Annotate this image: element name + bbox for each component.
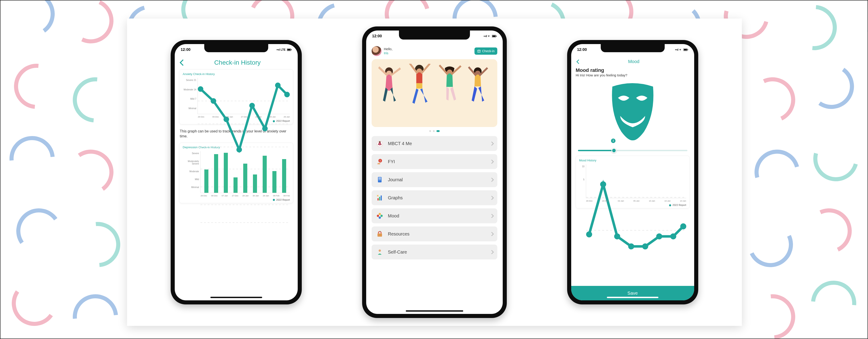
menu-label: Journal <box>388 177 486 182</box>
menu-item-selfcare[interactable]: Self-Care <box>372 245 497 259</box>
page-title: Mood <box>583 59 684 64</box>
chevron-right-icon <box>490 214 494 218</box>
phone-history: 12:00 ••ıl LTE Check-in History Anxiety … <box>170 40 302 304</box>
svg-point-46 <box>379 249 381 252</box>
menu-item-resources[interactable]: Resources <box>372 226 497 241</box>
x-axis-labels: 29-Dec 09-Dec 07-Jan 27-Dec 28-Jan 30-Ja… <box>200 194 290 197</box>
svg-point-52 <box>586 232 592 238</box>
user-avatar[interactable] <box>372 46 381 56</box>
svg-rect-21 <box>477 50 480 53</box>
svg-rect-20 <box>496 36 497 37</box>
page-title: Check-in History <box>188 59 286 66</box>
status-indicators: ••ıl ᯤ <box>484 35 497 38</box>
svg-point-43 <box>379 216 381 219</box>
info-hand-icon: i <box>376 157 384 166</box>
svg-rect-34 <box>378 178 381 178</box>
menu-label: Mood <box>388 213 486 219</box>
mood-slider[interactable]: 3 <box>576 145 690 153</box>
back-button[interactable] <box>180 59 186 66</box>
back-button[interactable] <box>577 59 581 64</box>
svg-point-57 <box>656 234 662 240</box>
chevron-right-icon <box>490 250 494 254</box>
svg-rect-45 <box>377 234 382 237</box>
menu-item-mbct[interactable]: MBCT 4 Me <box>372 136 497 151</box>
svg-point-40 <box>379 213 381 215</box>
carousel-dots[interactable] <box>372 127 497 136</box>
phone-notch <box>600 44 664 52</box>
chart-title: Anxiety Check-in History <box>183 72 290 76</box>
svg-point-10 <box>249 103 255 108</box>
mood-heading: Mood rating <box>576 67 690 73</box>
svg-point-53 <box>600 181 606 187</box>
selfcare-icon <box>376 248 384 256</box>
svg-rect-38 <box>379 197 380 201</box>
chevron-right-icon <box>490 196 494 200</box>
chevron-right-icon <box>490 142 494 146</box>
home-indicator[interactable] <box>607 297 658 298</box>
menu-label: Graphs <box>388 195 486 201</box>
meditation-icon <box>376 140 384 148</box>
svg-point-54 <box>614 234 620 240</box>
journal-icon <box>376 176 384 184</box>
phone-notch <box>399 31 470 39</box>
showcase-card: 12:00 ••ıl LTE Check-in History Anxiety … <box>127 19 742 326</box>
hero-illustration[interactable] <box>372 59 497 127</box>
menu-label: FYI <box>388 159 486 164</box>
slider-knob[interactable] <box>612 148 616 153</box>
happy-mask-icon <box>608 82 657 141</box>
x-axis-labels: 29-Dec 09-Dec 07-Jan 27-Dec 28-Jan 30-Ja… <box>198 116 290 118</box>
svg-point-12 <box>275 83 281 88</box>
home-indicator[interactable] <box>406 310 463 312</box>
svg-rect-37 <box>377 198 379 201</box>
menu-item-graphs[interactable]: Graphs <box>372 190 497 205</box>
phone-mood: 12:00 ••ıl ᯤ Mood Mood rating Hi Iris! H… <box>567 40 698 304</box>
x-axis-labels: 29-Dec 18-Dec 02-Jan 05-Jan 10-Jan 10-Ja… <box>586 200 686 202</box>
menu-label: Self-Care <box>388 249 486 255</box>
svg-rect-1 <box>287 49 290 51</box>
y-axis-labels: Severe Moderately Severe Moderate Mild M… <box>183 151 200 193</box>
y-axis-labels: Severe 21 Moderate 14 Mild 7 Minimal <box>183 78 197 114</box>
y-axis-labels: 10 5 <box>579 164 586 198</box>
jumping-people-icon <box>372 59 497 127</box>
chevron-right-icon <box>490 178 494 182</box>
svg-point-55 <box>628 243 634 249</box>
menu-label: Resources <box>388 232 486 237</box>
resources-icon <box>376 230 384 238</box>
status-indicators: ••ıl ᯤ <box>675 48 688 51</box>
chevron-right-icon <box>490 159 494 164</box>
save-button[interactable]: Save <box>571 286 694 300</box>
status-time: 12:00 <box>372 34 382 38</box>
svg-rect-19 <box>492 35 495 37</box>
svg-rect-2 <box>291 49 291 50</box>
checkin-button[interactable]: Check-in <box>474 48 497 55</box>
mood-subheading: Hi Iris! How are you feeling today? <box>576 73 690 77</box>
svg-point-58 <box>670 234 676 240</box>
greeting-text: Hello, Iris <box>384 47 393 55</box>
svg-point-41 <box>377 215 379 217</box>
phone-notch <box>204 44 268 52</box>
phone-home: 12:00 ••ıl ᯤ Hello, Iris <box>362 26 507 318</box>
svg-rect-36 <box>378 180 381 180</box>
menu-label: MBCT 4 Me <box>388 141 486 146</box>
chart-title: Mood History <box>579 159 686 162</box>
svg-rect-48 <box>684 49 687 51</box>
svg-point-13 <box>284 92 290 97</box>
svg-point-59 <box>680 223 686 229</box>
menu-item-fyi[interactable]: i FYI <box>372 154 497 169</box>
slider-value-badge: 3 <box>611 138 616 143</box>
svg-text:i: i <box>380 159 381 162</box>
anxiety-chart-card: Anxiety Check-in History Severe 21 Moder… <box>179 69 293 124</box>
chevron-right-icon <box>490 232 494 236</box>
svg-point-56 <box>642 243 648 249</box>
calendar-check-icon <box>477 49 481 53</box>
bar-chart-icon <box>376 194 384 202</box>
menu-item-mood[interactable]: Mood <box>372 208 497 223</box>
home-indicator[interactable] <box>211 297 262 298</box>
menu-item-journal[interactable]: Journal <box>372 172 497 187</box>
depression-chart-card: Depression Check-in History Severe Moder… <box>179 143 293 203</box>
mood-flower-icon <box>376 212 384 220</box>
svg-point-7 <box>211 98 216 104</box>
svg-rect-39 <box>381 195 382 201</box>
svg-rect-35 <box>378 179 381 179</box>
svg-point-6 <box>198 86 203 92</box>
